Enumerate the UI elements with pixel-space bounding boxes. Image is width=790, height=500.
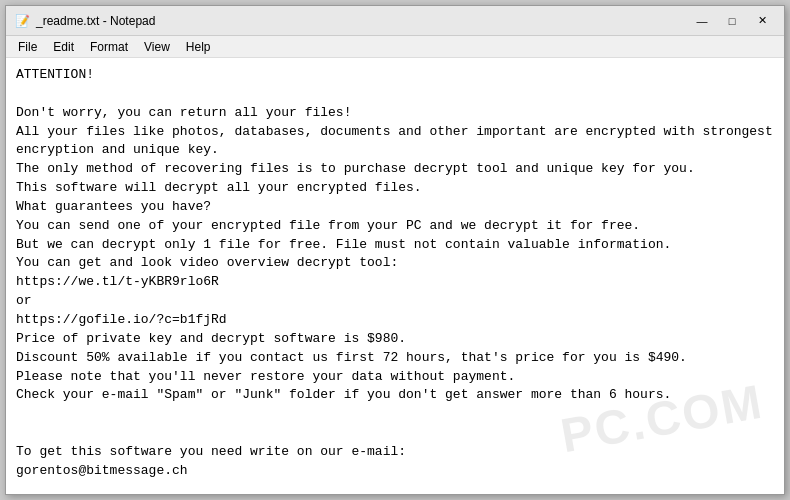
notepad-window: 📝 _readme.txt - Notepad — □ ✕ File Edit … [5, 5, 785, 495]
maximize-button[interactable]: □ [718, 10, 746, 32]
text-line [16, 481, 774, 494]
text-line: To get this software you need write on o… [16, 443, 774, 462]
text-line: Please note that you'll never restore yo… [16, 368, 774, 387]
text-line: What guarantees you have? [16, 198, 774, 217]
text-line: Discount 50% available if you contact us… [16, 349, 774, 368]
text-line: or [16, 292, 774, 311]
text-line: Don't worry, you can return all your fil… [16, 104, 774, 123]
menu-edit[interactable]: Edit [45, 38, 82, 56]
menu-file[interactable]: File [10, 38, 45, 56]
text-line: All your files like photos, databases, d… [16, 123, 774, 142]
window-controls: — □ ✕ [688, 10, 776, 32]
title-bar: 📝 _readme.txt - Notepad — □ ✕ [6, 6, 784, 36]
menu-bar: File Edit Format View Help [6, 36, 784, 58]
minimize-button[interactable]: — [688, 10, 716, 32]
text-line: This software will decrypt all your encr… [16, 179, 774, 198]
text-line: gorentos@bitmessage.ch [16, 462, 774, 481]
text-line [16, 85, 774, 104]
menu-format[interactable]: Format [82, 38, 136, 56]
text-line: ATTENTION! [16, 66, 774, 85]
close-button[interactable]: ✕ [748, 10, 776, 32]
text-line: You can get and look video overview decr… [16, 254, 774, 273]
text-line: The only method of recovering files is t… [16, 160, 774, 179]
text-line: Check your e-mail "Spam" or "Junk" folde… [16, 386, 774, 405]
text-line: But we can decrypt only 1 file for free.… [16, 236, 774, 255]
menu-view[interactable]: View [136, 38, 178, 56]
text-line [16, 405, 774, 424]
text-line: encryption and unique key. [16, 141, 774, 160]
text-line: Price of private key and decrypt softwar… [16, 330, 774, 349]
text-line: You can send one of your encrypted file … [16, 217, 774, 236]
menu-help[interactable]: Help [178, 38, 219, 56]
app-icon: 📝 [14, 13, 30, 29]
text-content[interactable]: ATTENTION! Don't worry, you can return a… [6, 58, 784, 494]
text-line [16, 424, 774, 443]
text-line: https://gofile.io/?c=b1fjRd [16, 311, 774, 330]
window-title: _readme.txt - Notepad [36, 14, 688, 28]
text-line: https://we.tl/t-yKBR9rlo6R [16, 273, 774, 292]
